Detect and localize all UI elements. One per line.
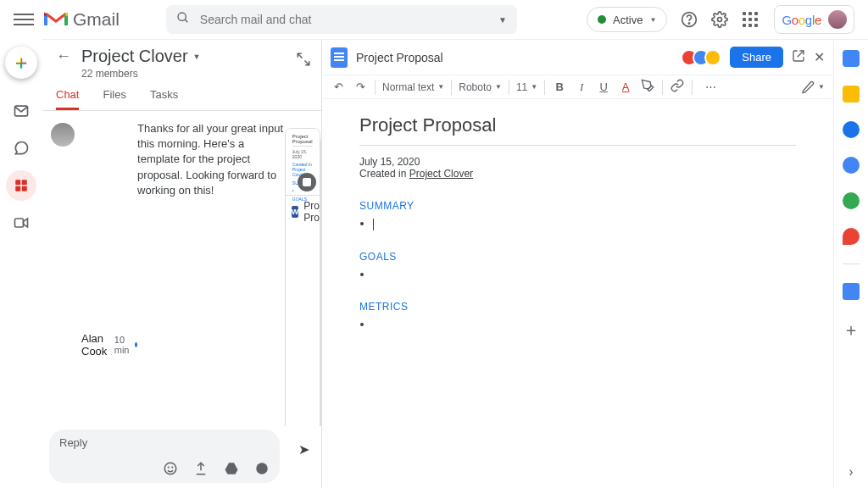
meet-nav-icon[interactable]	[6, 208, 36, 238]
section-heading: GOALS	[359, 251, 796, 263]
message: Alan Cook 10 min Thanks for all your gre…	[51, 121, 313, 426]
message-author: Alan Cook	[81, 332, 109, 358]
rooms-nav-icon[interactable]	[6, 170, 36, 201]
svg-point-21	[256, 463, 268, 474]
maps-addon-icon[interactable]	[843, 228, 860, 245]
divider	[359, 145, 796, 146]
addon-icon[interactable]	[843, 283, 860, 300]
docs-icon	[331, 47, 348, 68]
members-count: 22 members	[42, 68, 321, 80]
message-time: 10 min	[114, 335, 130, 355]
svg-point-18	[168, 467, 169, 468]
bold-icon[interactable]: B	[552, 80, 567, 93]
calendar-addon-icon[interactable]	[843, 50, 860, 67]
list-item	[373, 318, 796, 330]
plus-icon: ＋	[12, 53, 31, 72]
italic-icon[interactable]: I	[574, 80, 589, 94]
list-item	[373, 217, 796, 230]
voice-addon-icon[interactable]	[843, 192, 860, 209]
search-options-icon[interactable]: ▼	[498, 15, 507, 25]
contacts-addon-icon[interactable]	[843, 157, 860, 174]
collapse-icon[interactable]	[296, 52, 311, 71]
svg-marker-20	[225, 463, 238, 474]
svg-line-15	[305, 61, 309, 65]
tab-files[interactable]: Files	[103, 88, 125, 110]
chevron-down-icon: ▼	[193, 53, 201, 61]
editing-mode-select[interactable]: ▼	[801, 80, 825, 94]
settings-icon[interactable]	[709, 9, 730, 30]
help-icon[interactable]	[679, 9, 699, 30]
emoji-icon[interactable]	[163, 461, 178, 480]
avatar	[51, 123, 75, 147]
highlight-icon[interactable]	[640, 79, 655, 95]
document-title[interactable]: Project Proposal	[356, 51, 677, 64]
close-icon[interactable]: ✕	[814, 49, 825, 65]
section-heading: METRICS	[359, 301, 796, 313]
svg-point-17	[164, 463, 176, 474]
svg-point-2	[178, 13, 186, 20]
status-dot-icon	[598, 15, 606, 24]
upload-icon[interactable]	[193, 461, 209, 480]
list-item	[373, 268, 796, 280]
keep-addon-icon[interactable]	[843, 86, 860, 103]
reply-placeholder: Reply	[59, 436, 270, 449]
link-icon[interactable]	[670, 79, 685, 95]
document-body[interactable]: Project Proposal July 15, 2020 Created i…	[322, 99, 833, 488]
room-title[interactable]: Project Clover ▼	[81, 47, 201, 66]
divider	[843, 263, 860, 264]
room-link[interactable]: Project Clover	[409, 168, 473, 180]
side-by-side-icon[interactable]	[298, 173, 316, 191]
back-button[interactable]: ←	[56, 47, 71, 65]
send-button[interactable]: ➤	[293, 430, 314, 458]
font-select[interactable]: Roboto▼	[459, 81, 502, 93]
reaction[interactable]: 👍6	[320, 126, 321, 426]
attachment-card[interactable]: Project Proposal July 15, 2020 Created i…	[285, 128, 320, 426]
tab-chat[interactable]: Chat	[56, 88, 79, 110]
doc-date: July 15, 2020	[359, 156, 796, 168]
presence-status[interactable]: Active ▼	[587, 7, 667, 32]
chevron-down-icon: ▼	[649, 16, 656, 24]
gmail-wordmark: Gmail	[73, 9, 120, 30]
undo-icon[interactable]: ↶	[331, 80, 346, 93]
more-icon[interactable]: ⋯	[703, 80, 718, 93]
tasks-addon-icon[interactable]	[843, 121, 860, 138]
svg-rect-12	[15, 219, 24, 227]
svg-rect-8	[15, 180, 20, 185]
open-new-icon[interactable]	[792, 49, 805, 66]
svg-rect-9	[22, 180, 27, 185]
attachment-preview: Project Proposal July 15, 2020 Created i…	[286, 129, 320, 195]
tab-tasks[interactable]: Tasks	[150, 88, 178, 110]
svg-rect-10	[15, 186, 20, 191]
font-size-select[interactable]: 11▼	[516, 81, 537, 93]
svg-line-14	[298, 53, 302, 58]
text-color-icon[interactable]: A	[618, 80, 633, 93]
gif-icon[interactable]	[254, 461, 270, 480]
underline-icon[interactable]: U	[596, 80, 611, 93]
collapse-sidepanel-icon[interactable]: ›	[849, 464, 853, 480]
search-input[interactable]	[200, 13, 488, 26]
share-button[interactable]: Share	[730, 47, 783, 68]
account-chip[interactable]: Google	[774, 5, 854, 34]
gmail-logo[interactable]: Gmail	[44, 9, 120, 30]
google-logo: Google	[782, 13, 821, 27]
drive-icon[interactable]	[224, 461, 239, 480]
reply-box[interactable]: Reply	[49, 430, 280, 483]
svg-line-22	[798, 51, 804, 57]
status-label: Active	[613, 14, 643, 26]
svg-line-3	[185, 19, 187, 22]
main-menu-button[interactable]	[14, 9, 34, 30]
apps-icon[interactable]	[740, 9, 760, 30]
compose-button[interactable]: ＋	[5, 47, 37, 79]
chat-nav-icon[interactable]	[6, 133, 36, 164]
paragraph-style-select[interactable]: Normal text▼	[382, 81, 444, 93]
section-heading: SUMMARY	[359, 200, 796, 212]
collaborators[interactable]	[686, 49, 721, 66]
redo-icon[interactable]: ↷	[353, 80, 368, 93]
doc-heading: Project Proposal	[359, 114, 796, 136]
search-box[interactable]: ▼	[166, 5, 517, 34]
svg-rect-11	[22, 186, 27, 191]
get-addons-icon[interactable]: ＋	[843, 319, 860, 341]
svg-point-19	[172, 467, 173, 468]
mail-nav-icon[interactable]	[6, 96, 36, 126]
search-icon	[176, 11, 190, 28]
